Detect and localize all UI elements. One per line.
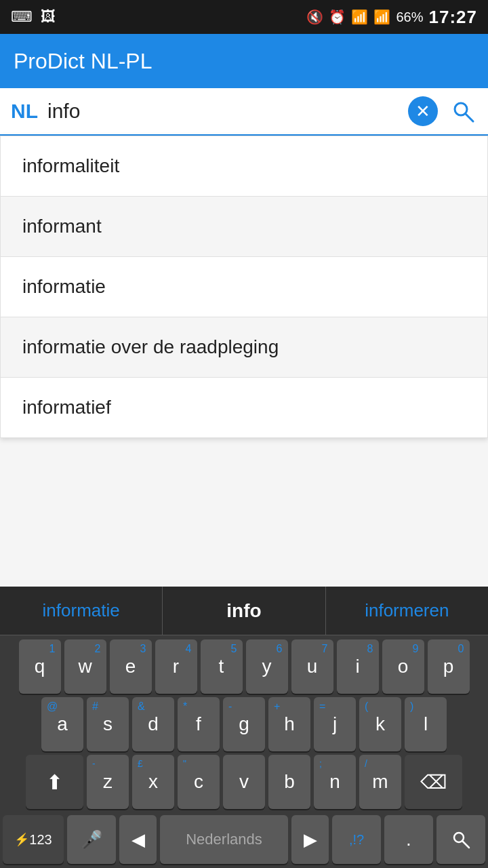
key-j[interactable]: = j [314,697,356,751]
key-u[interactable]: 7 u [291,639,333,694]
key-e[interactable]: 3 e [110,639,152,694]
key-m[interactable]: / m [359,755,401,809]
key-f[interactable]: * f [178,697,220,751]
search-button[interactable] [445,93,481,130]
signal-icon: 📶 [373,9,390,25]
suggestion-informeren[interactable]: informeren [326,587,488,635]
key-period[interactable]: . [384,815,433,864]
key-d[interactable]: & d [132,697,174,751]
autocomplete-item[interactable]: informatie over de raadpleging [1,317,487,378]
key-punct[interactable]: ,!? [332,815,381,864]
alarm-icon: ⏰ [329,9,346,25]
keyboard-rows: 1 q 2 w 3 e 4 r 5 t 6 y [0,635,488,815]
space-label: Nederlands [186,831,262,848]
key-row-2: @ a # s & d * f - g + h [3,697,485,751]
key-x[interactable]: £ x [132,755,174,809]
key-search-bottom[interactable] [436,815,485,864]
search-icon [451,99,475,123]
key-q[interactable]: 1 q [19,639,61,694]
period-label: . [406,829,411,850]
autocomplete-item[interactable]: informant [1,197,487,257]
mute-icon: 🔇 [306,9,323,25]
arrow-right-icon: ▶ [304,829,317,850]
svg-line-1 [466,114,473,121]
key-l[interactable]: ) l [405,697,447,751]
status-bar-left: ⌨ 🖼 [11,8,56,26]
search-input-wrapper [47,97,401,125]
key-space[interactable]: Nederlands [160,815,288,864]
key-row-1: 1 q 2 w 3 e 4 r 5 t 6 y [3,639,485,694]
autocomplete-dropdown: informaliteit informant informatie infor… [0,136,488,438]
key-w[interactable]: 2 w [64,639,106,694]
key-g[interactable]: - g [223,697,265,751]
key-r[interactable]: 4 r [155,639,197,694]
suggestions-row: informatie info informeren [0,587,488,635]
keyboard-bottom-row: ⚡ 123 🎤 ◀ Nederlands ▶ ,!? . [0,815,488,868]
key-z[interactable]: - z [87,755,129,809]
key-h[interactable]: + h [268,697,310,751]
autocomplete-item[interactable]: informatief [1,378,487,437]
key-arrow-left[interactable]: ◀ [119,815,157,864]
key-arrow-right[interactable]: ▶ [291,815,329,864]
app-bar: ProDict NL-PL [0,34,488,88]
app-title: ProDict NL-PL [14,49,152,74]
key-s[interactable]: # s [87,697,129,751]
key-row-3: ⬆ - z £ x " c v b ; n [3,755,485,809]
keyboard-area: informatie info informeren 1 q 2 w 3 e 4… [0,587,488,868]
key-123[interactable]: ⚡ 123 [3,815,64,864]
suggestion-informatie[interactable]: informatie [0,587,163,635]
autocomplete-item[interactable]: informatie [1,257,487,317]
key-n[interactable]: ; n [314,755,356,809]
svg-line-3 [462,841,469,848]
shift-key[interactable]: ⬆ [26,755,83,809]
battery-text: 66% [396,9,423,25]
key-a[interactable]: @ a [41,697,83,751]
key-b[interactable]: b [268,755,310,809]
status-bar: ⌨ 🖼 🔇 ⏰ 📶 📶 66% 17:27 [0,0,488,34]
keyboard-icon: ⌨ [11,8,33,26]
time-display: 17:27 [429,7,478,28]
arrow-left-icon: ◀ [131,829,145,850]
key-o[interactable]: 9 o [382,639,424,694]
search-row: NL ✕ [0,88,488,136]
key-mic[interactable]: 🎤 [67,815,116,864]
autocomplete-item[interactable]: informaliteit [1,136,487,197]
key-i[interactable]: 8 i [337,639,379,694]
wifi-icon: 📶 [351,9,368,25]
clear-icon: ✕ [415,102,430,120]
backspace-key[interactable]: ⌫ [405,755,462,809]
search-input[interactable] [47,97,401,125]
lang-label[interactable]: NL [7,100,41,123]
image-icon: 🖼 [41,8,56,26]
key-k[interactable]: ( k [359,697,401,751]
key-v[interactable]: v [223,755,265,809]
suggestion-info[interactable]: info [163,587,325,635]
key-y[interactable]: 6 y [246,639,288,694]
key-t[interactable]: 5 t [201,639,243,694]
key-c[interactable]: " c [178,755,220,809]
punct-label: ,!? [349,832,364,848]
mic-icon: 🎤 [81,829,102,850]
clear-button[interactable]: ✕ [408,96,438,126]
status-bar-right: 🔇 ⏰ 📶 📶 66% 17:27 [306,7,477,28]
search-bottom-icon [451,829,471,850]
key-p[interactable]: 0 p [428,639,470,694]
